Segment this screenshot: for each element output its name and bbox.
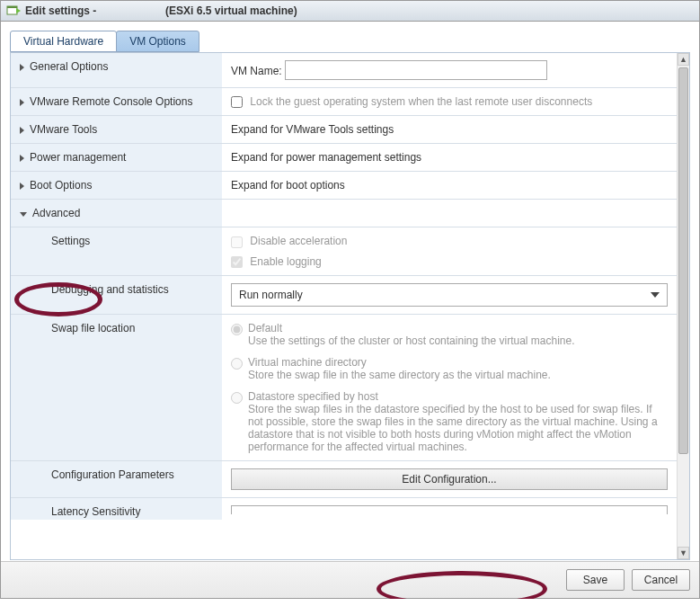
- swap-datastore-option[interactable]: Datastore specified by hostStore the swa…: [231, 390, 668, 453]
- title-text: Edit settings - (ESXi 6.5 virtual machin…: [25, 4, 297, 17]
- row-swap-location: Swap file location DefaultUse the settin…: [11, 314, 677, 460]
- expand-icon: [20, 183, 24, 190]
- chevron-down-icon: [651, 292, 660, 298]
- title-bar: Edit settings - (ESXi 6.5 virtual machin…: [1, 1, 699, 22]
- row-config-params: Configuration Parameters Edit Configurat…: [11, 460, 677, 497]
- scroll-area: General Options VM Name: VMware Remote C…: [11, 53, 677, 559]
- row-advanced[interactable]: Advanced: [11, 200, 677, 227]
- enable-logging-checkbox: [231, 256, 243, 268]
- disable-acceleration-checkbox: [231, 236, 243, 248]
- scroll-track[interactable]: [678, 66, 689, 547]
- cancel-button[interactable]: Cancel: [632, 569, 690, 591]
- latency-select-partial[interactable]: [231, 505, 668, 514]
- edit-settings-dialog: Edit settings - (ESXi 6.5 virtual machin…: [0, 0, 700, 599]
- row-power-management[interactable]: Power management Expand for power manage…: [11, 144, 677, 172]
- expand-icon: [20, 99, 24, 106]
- scroll-up-button[interactable]: ▲: [678, 53, 689, 66]
- scroll-down-button[interactable]: ▼: [678, 547, 689, 559]
- vm-name-input[interactable]: [285, 60, 547, 80]
- lock-guest-label[interactable]: Lock the guest operating system when the…: [231, 95, 592, 108]
- expand-icon: [20, 155, 24, 162]
- row-settings: Settings Disable acceleration Enable log…: [11, 227, 677, 276]
- svg-rect-1: [7, 6, 17, 8]
- svg-marker-2: [16, 8, 21, 13]
- edit-configuration-button[interactable]: Edit Configuration...: [231, 468, 668, 490]
- disable-acceleration-label: Disable acceleration: [250, 235, 347, 247]
- dialog-content: Virtual Hardware VM Options General Opti…: [1, 22, 699, 560]
- row-latency-sensitivity: Latency Sensitivity: [11, 497, 677, 520]
- debugging-select[interactable]: Run normally: [231, 283, 668, 307]
- swap-vmdir-option[interactable]: Virtual machine directoryStore the swap …: [231, 356, 668, 381]
- row-general-options[interactable]: General Options VM Name:: [11, 53, 677, 88]
- vertical-scrollbar[interactable]: ▲ ▼: [677, 53, 689, 559]
- dialog-footer: Save Cancel: [1, 561, 699, 598]
- scroll-thumb[interactable]: [678, 67, 688, 454]
- vm-icon: [6, 4, 21, 18]
- row-boot-options[interactable]: Boot Options Expand for boot options: [11, 172, 677, 200]
- lock-guest-checkbox[interactable]: [231, 96, 243, 108]
- tab-vm-options[interactable]: VM Options: [116, 31, 199, 52]
- expand-icon: [20, 64, 24, 71]
- expand-icon: [20, 127, 24, 134]
- options-panel: General Options VM Name: VMware Remote C…: [10, 52, 690, 560]
- row-debugging: Debugging and statistics Run normally: [11, 275, 677, 314]
- swap-vmdir-radio: [231, 358, 243, 370]
- vm-name-label: VM Name:: [231, 65, 282, 77]
- enable-logging-label: Enable logging: [250, 255, 321, 268]
- swap-default-radio: [231, 324, 243, 335]
- tab-virtual-hardware[interactable]: Virtual Hardware: [10, 31, 117, 52]
- options-table: General Options VM Name: VMware Remote C…: [11, 53, 677, 520]
- save-button[interactable]: Save: [566, 569, 625, 591]
- row-vmware-tools[interactable]: VMware Tools Expand for VMware Tools set…: [11, 116, 677, 144]
- swap-default-option[interactable]: DefaultUse the settings of the cluster o…: [231, 322, 668, 347]
- collapse-icon: [20, 212, 27, 217]
- swap-datastore-radio: [231, 392, 243, 404]
- row-remote-console[interactable]: VMware Remote Console Options Lock the g…: [11, 88, 677, 116]
- tab-bar: Virtual Hardware VM Options: [10, 31, 690, 52]
